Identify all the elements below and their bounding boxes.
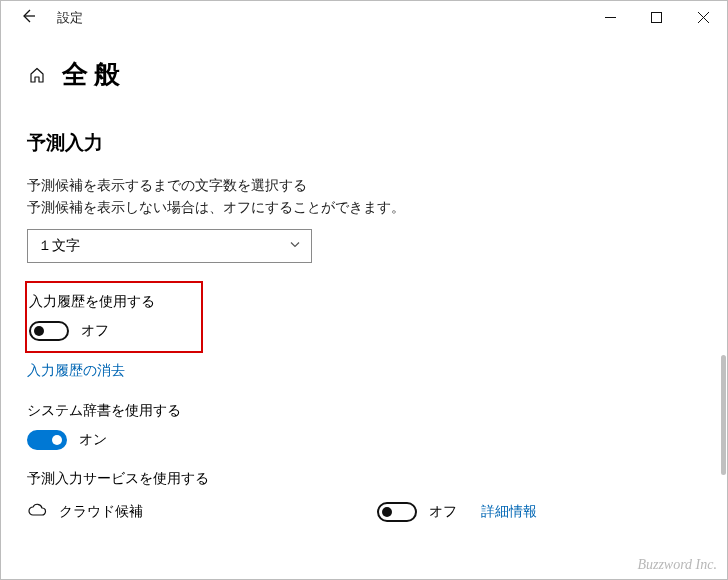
history-toggle-title: 入力履歴を使用する: [29, 293, 191, 311]
clear-history-link[interactable]: 入力履歴の消去: [27, 362, 125, 380]
cloud-candidate-row: クラウド候補 オフ 詳細情報: [27, 502, 701, 522]
system-dict-group: システム辞書を使用する オン: [27, 402, 701, 450]
close-icon: [698, 11, 709, 26]
toggle-knob: [52, 435, 62, 445]
heading-row: 全般: [27, 57, 701, 92]
predict-service-title: 予測入力サービスを使用する: [27, 470, 701, 488]
arrow-left-icon: [20, 8, 36, 28]
chevron-down-icon: [289, 238, 301, 253]
char-count-select[interactable]: １文字: [27, 229, 312, 263]
maximize-button[interactable]: [633, 1, 679, 35]
svg-rect-0: [651, 12, 661, 22]
toggle-knob: [34, 326, 44, 336]
window-title: 設定: [57, 10, 83, 27]
back-button[interactable]: [13, 3, 43, 33]
page-heading: 全般: [62, 57, 126, 92]
section-title-predict: 予測入力: [27, 130, 701, 156]
toggle-knob: [382, 507, 392, 517]
select-value: １文字: [38, 237, 80, 255]
desc-line-1: 予測候補を表示するまでの文字数を選択する: [27, 177, 307, 193]
maximize-icon: [651, 11, 662, 26]
window-controls: [587, 1, 727, 35]
settings-window: 設定 全般 予測入力 予測候補を表示するまでの文字数を選択する 予測候補を表示し…: [0, 0, 728, 580]
system-dict-toggle-label: オン: [79, 431, 107, 449]
close-button[interactable]: [679, 1, 727, 35]
predict-description: 予測候補を表示するまでの文字数を選択する 予測候補を表示しない場合は、オフにする…: [27, 174, 701, 219]
highlight-box: 入力履歴を使用する オフ: [25, 281, 203, 353]
detail-info-link[interactable]: 詳細情報: [481, 503, 537, 521]
content-area: 全般 予測入力 予測候補を表示するまでの文字数を選択する 予測候補を表示しない場…: [1, 35, 727, 579]
watermark: Buzzword Inc.: [637, 557, 717, 573]
scrollbar[interactable]: [721, 355, 726, 475]
home-icon[interactable]: [27, 65, 46, 84]
desc-line-2: 予測候補を表示しない場合は、オフにすることができます。: [27, 199, 405, 215]
cloud-candidate-label: クラウド候補: [59, 503, 143, 521]
system-dict-title: システム辞書を使用する: [27, 402, 701, 420]
titlebar: 設定: [1, 1, 727, 35]
minimize-icon: [605, 11, 616, 26]
system-dict-toggle[interactable]: [27, 430, 67, 450]
history-toggle[interactable]: [29, 321, 69, 341]
cloud-candidate-toggle-label: オフ: [429, 503, 457, 521]
cloud-icon: [27, 503, 45, 521]
minimize-button[interactable]: [587, 1, 633, 35]
cloud-candidate-toggle[interactable]: [377, 502, 417, 522]
predict-service-group: 予測入力サービスを使用する クラウド候補 オフ 詳細情報: [27, 470, 701, 522]
history-toggle-label: オフ: [81, 322, 109, 340]
